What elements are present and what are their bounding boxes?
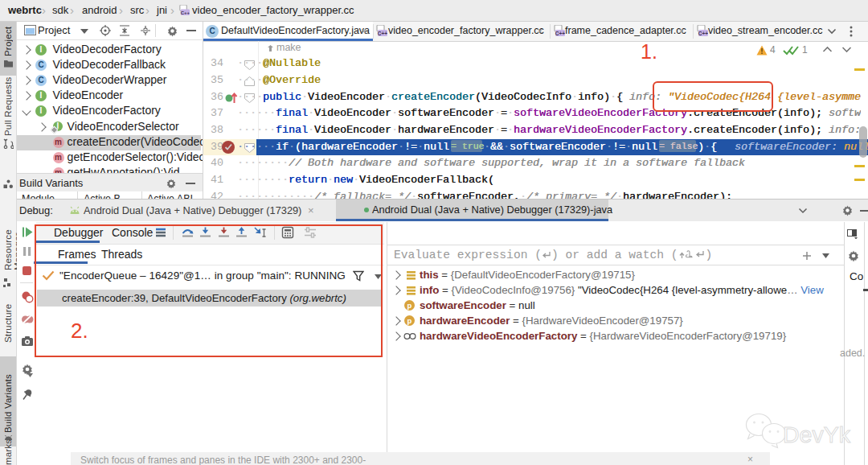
svg-text:C++: C++ bbox=[555, 31, 565, 36]
svg-text:C++: C++ bbox=[378, 31, 387, 36]
svg-text:C++: C++ bbox=[181, 10, 190, 15]
svg-text:DevYk: DevYk bbox=[783, 422, 851, 447]
svg-text:C++: C++ bbox=[698, 31, 708, 36]
